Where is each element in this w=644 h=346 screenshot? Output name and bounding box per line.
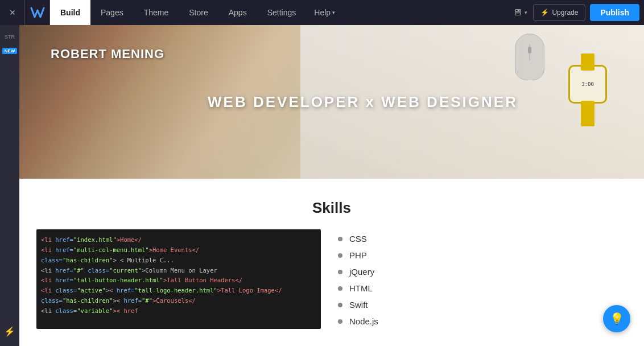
settings-tab[interactable]: Settings xyxy=(257,0,307,25)
skill-html: HTML xyxy=(338,283,378,293)
top-navigation: ✕ Build Pages Theme Store Apps Settings … xyxy=(0,0,644,25)
skill-swift: Swift xyxy=(338,300,378,310)
content-area: 3:00 ROBERT MENING WEB DEVELOPER x WEB D… xyxy=(19,25,644,346)
store-tab[interactable]: Store xyxy=(179,0,218,25)
skill-dot-html xyxy=(338,286,342,291)
skill-dot-php xyxy=(338,253,342,258)
sidebar-new-item[interactable]: NEW xyxy=(0,46,19,56)
sidebar-new-badge: NEW xyxy=(2,48,18,54)
skill-php: PHP xyxy=(338,250,378,260)
display-icon-btn[interactable]: 🖥 ▾ xyxy=(507,0,533,25)
skill-dot-swift xyxy=(338,303,342,307)
display-icon: 🖥 xyxy=(513,7,522,18)
display-dropdown-arrow: ▾ xyxy=(525,10,527,15)
sidebar-bolt-icon: ⚡ xyxy=(4,326,15,337)
hero-section: 3:00 ROBERT MENING WEB DEVELOPER x WEB D… xyxy=(19,25,644,179)
skill-dot-jquery xyxy=(338,270,342,274)
main-layout: STR NEW ⚡ 3:00 xyxy=(0,25,644,346)
skill-jquery: jQuery xyxy=(338,267,378,277)
sidebar-str-item[interactable]: STR xyxy=(0,31,19,43)
skill-dot-css xyxy=(338,237,342,241)
help-tab[interactable]: Help ▾ xyxy=(306,0,343,25)
hero-title: WEB DEVELOPER x WEB DESIGNER xyxy=(208,93,518,111)
skills-list: CSS PHP jQuery HTML xyxy=(338,229,378,326)
fab-button[interactable]: 💡 xyxy=(603,305,630,332)
skill-nodejs: Node.js xyxy=(338,316,378,326)
help-dropdown-arrow: ▾ xyxy=(332,10,335,15)
close-button[interactable]: ✕ xyxy=(0,0,25,25)
build-tab[interactable]: Build xyxy=(50,0,90,25)
sidebar-str-label: STR xyxy=(5,34,15,40)
skill-dot-nodejs xyxy=(338,319,342,324)
skills-title: Skills xyxy=(36,199,627,217)
apps-tab[interactable]: Apps xyxy=(218,0,257,25)
logo-icon[interactable] xyxy=(25,0,50,25)
publish-button[interactable]: Publish xyxy=(590,4,639,21)
code-image: <li href="index.html">Home</ <li href="m… xyxy=(36,229,321,329)
sidebar-bolt-item[interactable]: ⚡ xyxy=(0,323,19,340)
skills-section: Skills <li href="index.html">Home</ <li … xyxy=(19,179,644,346)
upgrade-button[interactable]: ⚡ Upgrade xyxy=(533,4,585,21)
theme-tab[interactable]: Theme xyxy=(134,0,179,25)
upgrade-bolt-icon: ⚡ xyxy=(540,9,549,17)
pages-tab[interactable]: Pages xyxy=(90,0,134,25)
left-sidebar: STR NEW ⚡ xyxy=(0,25,19,346)
skill-css: CSS xyxy=(338,234,378,244)
skills-content: <li href="index.html">Home</ <li href="m… xyxy=(36,229,627,329)
hero-name: ROBERT MENING xyxy=(51,47,164,61)
fab-bulb-icon: 💡 xyxy=(610,312,624,326)
